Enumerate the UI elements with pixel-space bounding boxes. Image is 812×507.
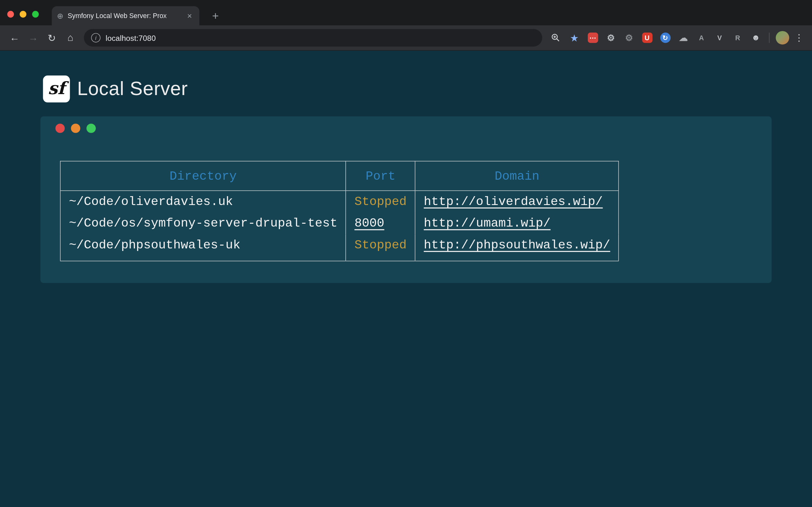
address-bar[interactable]: i localhost:7080 [84,29,542,47]
domain-link[interactable]: http://phpsouthwales.wip/ [424,238,610,252]
port-cell: Stopped [346,191,415,213]
domain-cell: http://phpsouthwales.wip/ [415,234,619,261]
cog-icon: ⚙ [624,33,635,43]
column-header-port: Port [346,161,415,191]
extension-icon-letter-a[interactable]: A [693,30,711,46]
letter-a-icon: A [696,33,707,43]
domain-cell: http://umami.wip/ [415,213,619,234]
domain-link[interactable]: http://umami.wip/ [424,216,551,230]
ublock-shield-icon: U [642,33,653,43]
extension-icon-letter-v[interactable]: V [711,30,728,46]
blue-circle-icon: ↻ [660,33,670,43]
site-info-icon[interactable]: i [91,33,100,42]
reload-button[interactable]: ↻ [43,29,61,47]
port-cell: 8000 [346,213,415,234]
panel-dot-green [87,124,96,133]
magnifier-plus-icon [551,33,560,42]
status-stopped: Stopped [355,238,407,252]
browser-toolbar: ← → ↻ ⌂ i localhost:7080 ★ ⋯ ⚙ ⚙ U ↻ ☁ A… [0,25,812,51]
tab-title: Symfony Local Web Server: Prox [67,12,181,20]
directory-cell: ~/Code/os/symfony-server-drupal-test [60,213,346,234]
new-tab-button[interactable]: + [208,9,223,23]
domain-cell: http://oliverdavies.wip/ [415,191,619,213]
directory-cell: ~/Code/phpsouthwales-uk [60,234,346,261]
window-zoom-button[interactable] [32,11,39,17]
tab-favicon-globe-icon: ⊕ [57,12,64,20]
browser-tab-strip: ⊕ Symfony Local Web Server: Prox × + [0,0,812,25]
extension-icon-blue-circle[interactable]: ↻ [656,30,674,46]
status-stopped: Stopped [355,194,407,209]
window-minimize-button[interactable] [20,11,26,17]
symfony-logo-glyph: sf [48,78,65,99]
extension-icon-letter-r[interactable]: R [728,30,747,46]
zoom-icon[interactable] [546,29,565,47]
address-url: localhost:7080 [106,33,156,42]
extension-icon-cloud[interactable]: ☁ [674,30,693,46]
extension-icon-ublock[interactable]: U [638,30,656,46]
tab-close-icon[interactable]: × [185,11,194,20]
panel-dot-red [55,124,65,133]
extension-icon-gear-light[interactable]: ⚙ [602,30,620,46]
symfony-logo: sf [43,75,70,102]
table-row: ~/Code/oliverdavies.uk Stopped http://ol… [60,191,619,213]
browser-tab-active[interactable]: ⊕ Symfony Local Web Server: Prox × [52,6,199,25]
window-controls [7,11,39,17]
table-header-row: Directory Port Domain [60,161,619,191]
terminal-panel: Directory Port Domain ~/Code/oliverdavie… [40,116,771,283]
servers-table: Directory Port Domain ~/Code/oliverdavie… [60,161,619,262]
port-cell: Stopped [346,234,415,261]
toolbar-separator [769,33,769,43]
octocat-icon: ☻ [751,33,761,43]
extension-icon-gear-dark[interactable]: ⚙ [620,30,638,46]
panel-window-dots [55,124,96,133]
extension-icon-red-dots[interactable]: ⋯ [583,30,602,46]
extension-icon-github[interactable]: ☻ [747,30,765,46]
cloud-icon: ☁ [678,33,689,43]
forward-button[interactable]: → [24,29,43,47]
window-close-button[interactable] [7,11,14,17]
back-button[interactable]: ← [5,29,24,47]
screen: ⊕ Symfony Local Web Server: Prox × + ← →… [0,0,812,507]
column-header-directory: Directory [60,161,346,191]
port-link[interactable]: 8000 [355,216,385,230]
symfony-proxy-page: sf Local Server Directory Port Domain [0,51,812,507]
table-row: ~/Code/phpsouthwales-uk Stopped http://p… [60,234,619,261]
domain-link[interactable]: http://oliverdavies.wip/ [424,194,603,209]
bookmark-star-icon[interactable]: ★ [565,29,583,47]
gear-icon: ⚙ [606,33,616,43]
letter-r-icon: R [732,33,743,43]
home-button[interactable]: ⌂ [61,29,80,47]
directory-cell: ~/Code/oliverdavies.uk [60,191,346,213]
table-row: ~/Code/os/symfony-server-drupal-test 800… [60,213,619,234]
page-header: sf Local Server [43,75,188,102]
panel-dot-orange [71,124,80,133]
profile-avatar[interactable] [776,31,789,44]
letter-v-icon: V [714,33,725,43]
column-header-domain: Domain [415,161,619,191]
page-title: Local Server [77,78,188,100]
red-dots-glyph: ⋯ [588,33,598,43]
browser-menu-icon[interactable]: ⋮ [792,29,807,47]
